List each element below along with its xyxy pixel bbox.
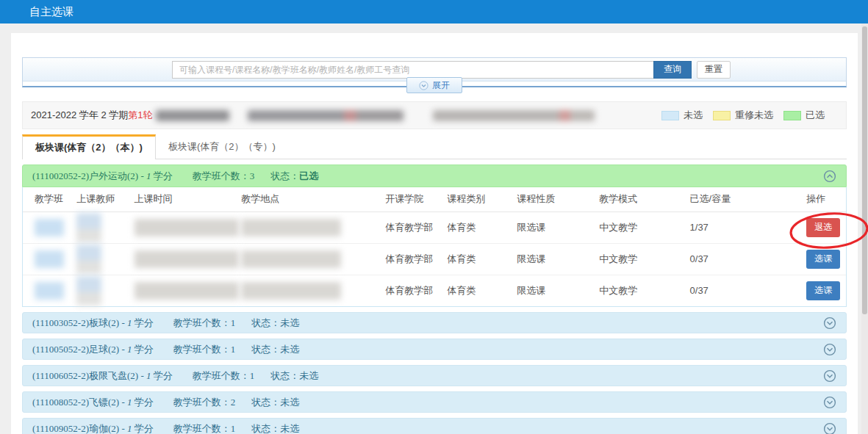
course-title: (111009052-2)瑜伽(2) - 1 学分	[32, 422, 154, 434]
select-course-button[interactable]: 选课	[806, 250, 840, 269]
table-cell	[130, 243, 237, 275]
course-panel-header[interactable]: (111006052-2)极限飞盘(2) - 1 学分教学班个数：1状态：未选	[22, 365, 847, 386]
chevron-down-icon[interactable]	[823, 317, 836, 330]
redacted-time	[134, 282, 239, 300]
search-input[interactable]	[172, 61, 653, 79]
category-cell: 体育类	[442, 211, 512, 243]
column-header: 教学模式	[595, 187, 685, 211]
page-title: 自主选课	[29, 0, 868, 23]
status-value: 未选	[299, 370, 318, 381]
collapse-toggle[interactable]	[823, 170, 836, 183]
column-header: 课程性质	[512, 187, 595, 211]
table-cell	[72, 243, 129, 275]
class-count: 教学班个数：2	[173, 396, 236, 409]
class-table: 教学班上课教师上课时间教学地点开课学院课程类别课程性质教学模式已选/容量操作体育…	[23, 187, 846, 306]
redacted-text-block	[156, 110, 229, 121]
table-cell	[72, 275, 129, 306]
course-status: 状态：未选	[251, 343, 299, 356]
course-panel-header[interactable]: (111008052-2)飞镖(2) - 1 学分教学班个数：2状态：未选	[22, 391, 847, 413]
legend-item: 重修未选	[713, 109, 773, 122]
college-cell: 体育教学部	[381, 243, 442, 275]
expand-toggle[interactable]	[823, 343, 836, 356]
select-course-button[interactable]: 选课	[806, 281, 840, 300]
status-value: 未选	[280, 344, 299, 355]
course-panel-header[interactable]: (111003052-2)板球(2) - 1 学分教学班个数：1状态：未选	[22, 312, 847, 333]
scrollbar-thumb[interactable]	[862, 26, 867, 314]
column-header: 教学地点	[237, 187, 381, 211]
reset-button[interactable]: 重置	[697, 61, 731, 79]
course-panel-list: (111002052-2)户外运动(2) - 1 学分教学班个数：3状态：已选教…	[22, 164, 847, 434]
nature-cell: 限选课	[512, 243, 595, 275]
redacted-place	[241, 219, 341, 236]
chevron-down-icon[interactable]	[823, 343, 836, 356]
table-row: 体育教学部体育类限选课中文教学0/37选课	[23, 275, 846, 306]
semester-text: 2021-2022 学年 2 学期第1轮	[31, 109, 152, 122]
table-cell	[23, 243, 72, 275]
class-count: 教学班个数：1	[173, 317, 236, 330]
nature-cell: 限选课	[512, 275, 595, 306]
expand-toggle[interactable]	[823, 422, 836, 434]
course-title: (111002052-2)户外运动(2) - 1 学分	[32, 170, 173, 183]
table-cell	[130, 275, 237, 306]
tab-2[interactable]: 板块课(体育（2）（专）)	[156, 134, 288, 159]
legend-label: 重修未选	[735, 109, 773, 122]
table-cell	[237, 243, 381, 275]
status-value: 未选	[280, 317, 299, 328]
redacted-time	[134, 219, 239, 236]
class-table-container: 教学班上课教师上课时间教学地点开课学院课程类别课程性质教学模式已选/容量操作体育…	[22, 187, 847, 307]
chevron-down-icon	[419, 81, 428, 90]
capacity-cell: 0/37	[686, 243, 801, 275]
redacted-teacher	[76, 276, 101, 305]
scrollbar[interactable]	[861, 23, 868, 434]
chevron-up-icon[interactable]	[823, 170, 836, 183]
status-value: 未选	[280, 423, 299, 434]
legend-swatch	[661, 111, 679, 120]
column-header: 已选/容量	[686, 187, 801, 211]
course-panel-header[interactable]: (111009052-2)瑜伽(2) - 1 学分教学班个数：1状态：未选	[22, 418, 847, 434]
college-cell: 体育教学部	[381, 211, 442, 243]
course-status: 状态：未选	[270, 369, 318, 383]
table-cell	[23, 211, 72, 243]
legend-swatch	[783, 111, 801, 120]
column-header: 上课时间	[130, 187, 237, 211]
class-count: 教学班个数：1	[173, 343, 236, 356]
column-header: 上课教师	[72, 187, 129, 211]
redacted-class-name	[35, 250, 64, 268]
app-header: 自主选课	[0, 0, 868, 23]
course-panel-header-expanded[interactable]: (111002052-2)户外运动(2) - 1 学分教学班个数：3状态：已选	[22, 164, 847, 187]
drop-course-button[interactable]: 退选	[806, 218, 840, 237]
tab-1[interactable]: 板块课(体育（2）（本）)	[22, 134, 156, 159]
expand-toggle[interactable]	[823, 369, 836, 383]
redacted-place	[241, 250, 341, 268]
status-legend: 未选重修未选已选	[651, 109, 825, 122]
search-group: 查询 重置	[172, 61, 731, 79]
chevron-down-icon[interactable]	[823, 422, 836, 434]
course-status: 状态：未选	[251, 422, 299, 434]
column-header: 教学班	[23, 187, 72, 211]
course-status: 状态：未选	[251, 317, 299, 330]
search-panel: 查询 重置 展开	[22, 57, 847, 87]
chevron-down-icon[interactable]	[823, 369, 836, 383]
mode-cell: 中文教学	[595, 211, 685, 243]
status-value: 已选	[299, 170, 318, 181]
column-header: 操作	[800, 187, 846, 211]
nature-cell: 限选课	[512, 211, 595, 243]
category-cell: 体育类	[442, 243, 512, 275]
table-cell	[23, 275, 72, 306]
legend-item: 未选	[661, 109, 703, 122]
table-cell	[72, 211, 129, 243]
operation-cell: 选课	[800, 243, 846, 275]
redacted-class-name	[35, 219, 64, 236]
course-title: (111006052-2)极限飞盘(2) - 1 学分	[32, 369, 173, 383]
expand-toggle[interactable]	[823, 317, 836, 330]
redacted-place	[241, 282, 341, 300]
expand-button[interactable]: 展开	[406, 77, 462, 93]
class-count: 教学班个数：1	[193, 369, 255, 383]
course-panel-header[interactable]: (111005052-2)足球(2) - 1 学分教学班个数：1状态：未选	[22, 339, 847, 360]
redacted-class-name	[35, 282, 64, 300]
chevron-down-icon[interactable]	[823, 396, 836, 409]
operation-cell: 退选	[800, 211, 846, 243]
expand-toggle[interactable]	[823, 396, 836, 409]
capacity-cell: 0/37	[686, 275, 801, 306]
query-button[interactable]: 查询	[653, 61, 692, 79]
